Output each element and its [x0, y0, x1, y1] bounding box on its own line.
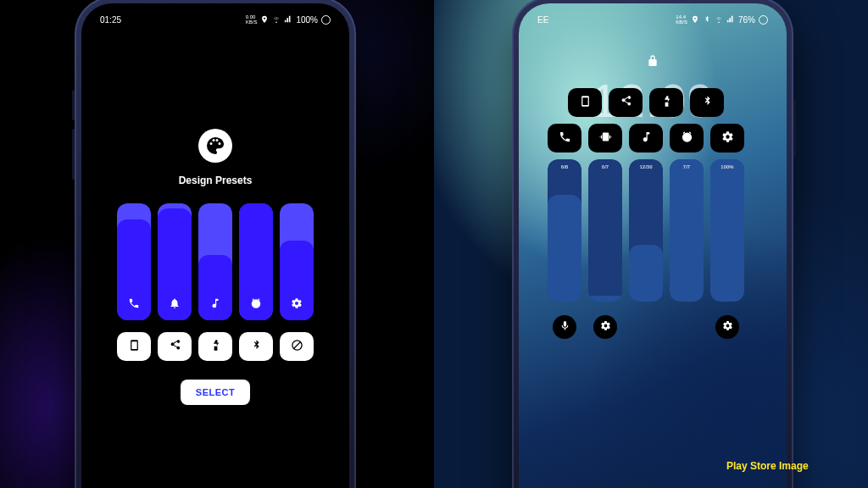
screen-icon	[579, 95, 592, 111]
data-icon: 14.4KB/S	[676, 14, 687, 25]
battery-text: 100%	[296, 15, 318, 25]
share-icon	[169, 339, 181, 355]
wifi-icon	[272, 15, 281, 24]
bell-icon	[169, 297, 181, 313]
volume-slider[interactable]: 100%	[710, 159, 744, 302]
volume-slider[interactable]	[239, 203, 273, 320]
signal-icon	[284, 15, 292, 24]
flashlight-icon	[660, 95, 673, 111]
volume-slider[interactable]	[117, 203, 151, 320]
volume-slider[interactable]: 7/7	[670, 159, 704, 302]
action-button[interactable]	[715, 315, 739, 339]
palette-icon	[198, 129, 232, 163]
block-icon	[291, 339, 303, 355]
action-button[interactable]	[553, 315, 576, 339]
phone-mockup-right: EE 14.4KB/S 76% 12:09	[512, 0, 793, 488]
data-icon: 0.00KB/S	[246, 14, 258, 25]
volume-slider[interactable]	[158, 203, 192, 320]
bluetooth-icon	[250, 339, 263, 355]
toggle-button[interactable]	[649, 88, 683, 117]
volume-slider[interactable]	[198, 203, 232, 320]
gear-icon	[291, 297, 303, 313]
battery-icon	[759, 15, 768, 25]
toggle-button[interactable]	[629, 124, 663, 152]
mic-icon	[559, 319, 570, 335]
lock-icon	[646, 54, 659, 71]
slider-label: 0/7	[588, 164, 622, 169]
toggle-button[interactable]	[198, 332, 232, 361]
status-bar: 01:25 0.00KB/S 100%	[81, 3, 349, 29]
battery-icon	[321, 15, 331, 25]
select-button[interactable]: SELECT	[181, 380, 250, 405]
toggle-button[interactable]	[609, 88, 643, 117]
bluetooth-status-icon	[703, 15, 711, 24]
signal-icon	[726, 15, 735, 24]
image-caption: Play Store Image	[726, 460, 809, 472]
wifi-icon	[715, 15, 723, 24]
battery-text: 76%	[738, 15, 755, 25]
toggle-button[interactable]	[158, 332, 192, 361]
action-button[interactable]	[593, 315, 617, 339]
toggle-button[interactable]	[548, 124, 581, 152]
screen-icon	[128, 339, 141, 355]
alarm-icon	[681, 130, 693, 147]
toggle-button[interactable]	[239, 332, 273, 361]
phone-icon	[559, 130, 571, 147]
status-bar: EE 14.4KB/S 76%	[519, 3, 787, 29]
music-icon	[209, 297, 221, 313]
slider-label: 7/7	[670, 164, 704, 169]
gear-icon	[722, 319, 733, 335]
phone-icon	[128, 297, 140, 313]
status-carrier: EE	[537, 15, 548, 25]
slider-label: 12/30	[629, 164, 663, 169]
vibrate-icon	[599, 130, 612, 147]
gear-icon	[600, 319, 611, 335]
location-icon	[260, 15, 269, 24]
flashlight-icon	[209, 339, 222, 355]
status-time: 01:25	[100, 15, 121, 25]
volume-slider[interactable]: 12/30	[629, 159, 663, 302]
share-icon	[620, 95, 632, 111]
toggle-button[interactable]	[690, 88, 724, 117]
volume-slider[interactable]: 0/7	[588, 159, 622, 302]
page-title: Design Presets	[179, 175, 253, 186]
toggle-button[interactable]	[670, 124, 704, 152]
slider-label: 100%	[710, 164, 744, 169]
toggle-button[interactable]	[568, 88, 602, 117]
volume-slider[interactable]: 6/8	[548, 159, 581, 302]
toggle-button[interactable]	[117, 332, 151, 361]
music-icon	[640, 130, 653, 147]
toggle-button[interactable]	[588, 124, 622, 152]
alarm-icon	[250, 297, 262, 313]
gear-icon	[721, 130, 734, 147]
toggle-button[interactable]	[280, 332, 314, 361]
phone-mockup-left: 01:25 0.00KB/S 100% Design Presets	[75, 0, 356, 488]
bluetooth-icon	[701, 95, 714, 111]
slider-label: 6/8	[548, 164, 581, 169]
toggle-button[interactable]	[710, 124, 744, 152]
volume-slider[interactable]	[280, 203, 314, 320]
location-icon	[691, 15, 699, 24]
